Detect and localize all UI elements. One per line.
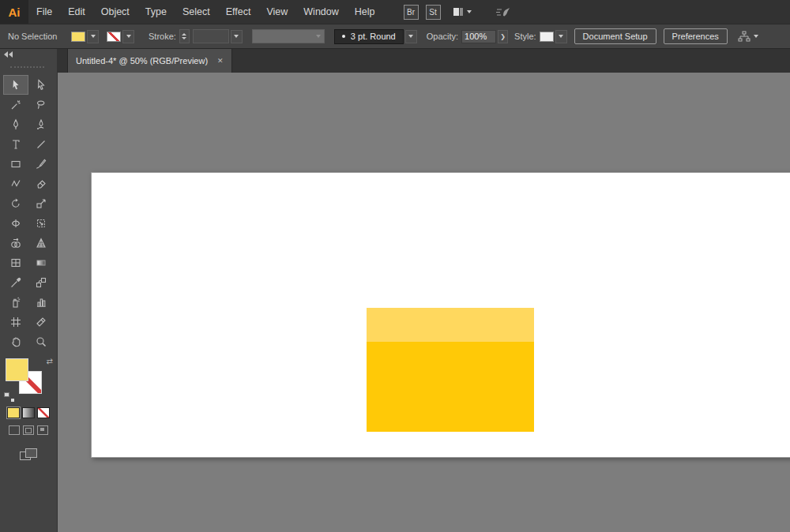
tool-rectangle[interactable] bbox=[3, 154, 28, 174]
none-button[interactable] bbox=[37, 407, 50, 418]
stroke-color-control[interactable] bbox=[107, 30, 134, 43]
collapse-panel-icon[interactable] bbox=[4, 51, 57, 58]
column-graph-tool-icon bbox=[35, 296, 47, 309]
tool-gradient[interactable] bbox=[28, 253, 54, 272]
tool-line-segment[interactable] bbox=[28, 134, 54, 154]
align-control[interactable] bbox=[738, 31, 758, 42]
bridge-badge[interactable]: Br bbox=[404, 5, 419, 20]
workspace-switcher[interactable] bbox=[453, 8, 472, 16]
artboard-rect-top[interactable] bbox=[367, 308, 534, 342]
menu-type[interactable]: Type bbox=[137, 0, 175, 24]
swap-fill-stroke-icon[interactable]: ⇄ bbox=[47, 358, 53, 365]
menu-edit[interactable]: Edit bbox=[60, 0, 93, 24]
hand-gesture-icon[interactable] bbox=[495, 6, 511, 18]
stock-badge[interactable]: St bbox=[426, 5, 441, 20]
variable-width-profile-combo bbox=[252, 29, 325, 43]
brush-chevron[interactable] bbox=[405, 30, 417, 43]
selection-tool-icon bbox=[9, 79, 22, 92]
menu-object[interactable]: Object bbox=[93, 0, 137, 24]
document-setup-button[interactable]: Document Setup bbox=[574, 28, 656, 44]
draw-inside-icon[interactable] bbox=[37, 425, 48, 435]
artboard-rect-bottom[interactable] bbox=[367, 342, 534, 432]
menu-window[interactable]: Window bbox=[295, 0, 346, 24]
tool-perspective-grid[interactable] bbox=[28, 233, 54, 253]
opacity-flyout-arrow[interactable]: ❯ bbox=[498, 30, 508, 43]
tool-symbol-sprayer[interactable] bbox=[3, 292, 28, 312]
style-swatch[interactable] bbox=[540, 32, 554, 42]
shape-builder-tool-icon bbox=[9, 237, 22, 249]
tool-artboard[interactable] bbox=[3, 312, 28, 332]
tool-lasso[interactable] bbox=[28, 95, 54, 114]
fill-swatch[interactable] bbox=[6, 358, 28, 381]
stroke-swatch-small[interactable] bbox=[107, 32, 121, 42]
artboard[interactable] bbox=[91, 172, 790, 458]
tab-bar: Untitled-4* @ 50% (RGB/Preview) ✕ bbox=[0, 49, 790, 73]
tool-hand[interactable] bbox=[3, 332, 28, 351]
fill-chevron[interactable] bbox=[87, 30, 99, 43]
menu-help[interactable]: Help bbox=[347, 0, 383, 24]
tool-blend[interactable] bbox=[28, 272, 54, 292]
tool-eyedropper[interactable] bbox=[3, 272, 28, 292]
chevron-down-icon bbox=[234, 35, 239, 38]
tool-free-transform[interactable] bbox=[28, 213, 54, 233]
free-transform-tool-icon bbox=[35, 217, 47, 230]
opacity-input[interactable] bbox=[461, 30, 496, 43]
tool-curvature[interactable] bbox=[28, 114, 54, 134]
stroke-weight-stepper[interactable] bbox=[179, 29, 190, 43]
chevron-down-icon bbox=[126, 35, 131, 38]
selection-status: No Selection bbox=[8, 32, 71, 41]
tool-pen[interactable] bbox=[3, 114, 28, 134]
tool-type[interactable] bbox=[3, 134, 28, 154]
stroke-weight-combo[interactable] bbox=[193, 29, 243, 43]
stroke-weight-value[interactable] bbox=[193, 29, 229, 43]
draw-behind-icon[interactable] bbox=[23, 425, 34, 435]
tab-close-icon[interactable]: ✕ bbox=[217, 57, 224, 65]
tool-eraser[interactable] bbox=[28, 174, 54, 193]
tool-rotate[interactable] bbox=[3, 193, 28, 213]
default-fill-stroke-icon[interactable] bbox=[4, 392, 14, 402]
tool-paintbrush[interactable] bbox=[28, 154, 54, 174]
tool-mesh[interactable] bbox=[3, 253, 28, 272]
document-tab[interactable]: Untitled-4* @ 50% (RGB/Preview) ✕ bbox=[67, 49, 232, 73]
gradient-button[interactable] bbox=[22, 407, 35, 418]
chevron-down-icon bbox=[754, 35, 758, 38]
tool-scale[interactable] bbox=[28, 193, 54, 213]
style-chevron[interactable] bbox=[555, 30, 567, 43]
fill-color-control[interactable] bbox=[71, 30, 99, 43]
canvas[interactable] bbox=[58, 73, 790, 532]
tool-shaper[interactable] bbox=[3, 174, 28, 193]
tool-magic-wand[interactable] bbox=[3, 95, 28, 114]
shaper-tool-icon bbox=[9, 178, 22, 190]
fill-swatch-small[interactable] bbox=[71, 32, 85, 42]
style-combo[interactable] bbox=[540, 30, 567, 43]
stroke-chevron[interactable] bbox=[122, 30, 134, 43]
menu-effect[interactable]: Effect bbox=[218, 0, 259, 24]
menu-select[interactable]: Select bbox=[175, 0, 218, 24]
tool-selection[interactable] bbox=[3, 75, 28, 95]
screen-mode-button[interactable] bbox=[20, 448, 38, 461]
menu-items: FileEditObjectTypeSelectEffectViewWindow… bbox=[28, 0, 383, 24]
pen-tool-icon bbox=[9, 118, 22, 131]
tool-shape-builder[interactable] bbox=[3, 233, 28, 253]
tool-column-graph[interactable] bbox=[28, 292, 54, 312]
slice-tool-icon bbox=[35, 316, 47, 328]
tool-zoom[interactable] bbox=[28, 332, 54, 351]
preferences-button[interactable]: Preferences bbox=[664, 28, 728, 44]
blend-tool-icon bbox=[35, 276, 47, 289]
color-mode-row bbox=[7, 407, 50, 418]
tool-direct-selection[interactable] bbox=[28, 75, 54, 95]
tool-slice[interactable] bbox=[28, 312, 54, 332]
brush-preset[interactable]: 3 pt. Round bbox=[334, 29, 404, 44]
eyedropper-tool-icon bbox=[9, 276, 22, 289]
draw-normal-icon[interactable] bbox=[9, 425, 20, 435]
menu-view[interactable]: View bbox=[258, 0, 295, 24]
stroke-weight-chevron[interactable] bbox=[231, 30, 243, 43]
app-logo[interactable]: Ai bbox=[0, 0, 28, 24]
color-button[interactable] bbox=[7, 407, 20, 418]
brush-definition-combo[interactable]: 3 pt. Round bbox=[334, 29, 417, 44]
menu-file[interactable]: File bbox=[28, 0, 60, 24]
perspective-grid-tool-icon bbox=[35, 237, 47, 249]
chevron-up-icon bbox=[182, 33, 186, 36]
panel-grip[interactable] bbox=[10, 66, 44, 68]
tool-width[interactable] bbox=[3, 213, 28, 233]
